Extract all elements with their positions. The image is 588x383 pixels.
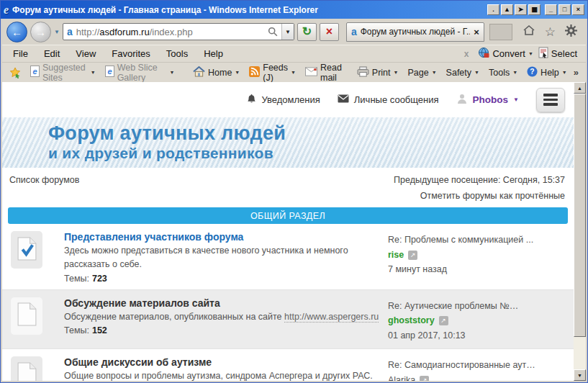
page-dropdown-icon[interactable]: ▼ (432, 70, 437, 75)
notifications-link[interactable]: Уведомления (246, 94, 320, 107)
forum-title-link[interactable]: Общие дискуссии об аутизме (64, 356, 381, 368)
vertical-scrollbar[interactable]: ▲ ▼ (574, 82, 586, 381)
menu-file[interactable]: File (5, 48, 36, 59)
last-post-author[interactable]: Alarika (388, 375, 415, 381)
menu-help[interactable]: Help (196, 48, 231, 59)
favbar-suggested-sites[interactable]: e Suggested Sites ▼ (27, 63, 99, 83)
url-dropdown-button[interactable]: ▼ (281, 24, 294, 40)
last-post-subject[interactable]: Re: Самодиагностированные аут… (388, 358, 568, 373)
favbar-tools[interactable]: Tools ▼ (486, 68, 520, 78)
back-button[interactable]: ← (6, 22, 27, 42)
favbar-read-mail[interactable]: Read mail (302, 63, 350, 83)
category-header[interactable]: ОБЩИЙ РАЗДЕЛ (8, 207, 568, 224)
user-menu[interactable]: Phobos ▼ (456, 93, 519, 107)
home-icon[interactable] (523, 24, 535, 39)
menu-view[interactable]: View (68, 48, 104, 59)
scroll-up-button[interactable]: ▲ (574, 82, 586, 94)
feeds-dropdown-icon[interactable]: ▼ (291, 70, 296, 75)
close-button[interactable]: × (572, 4, 584, 15)
menu-edit[interactable]: Edit (36, 48, 68, 59)
web-slice-label: Web Slice Gallery (117, 63, 167, 83)
forum-title-link[interactable]: Представления участников форума (64, 231, 381, 243)
forum-main: Обсуждение материалов сайта Обсуждение м… (55, 297, 388, 343)
util-grid-button[interactable]: ▦ (528, 4, 540, 15)
select-button[interactable]: Select (538, 47, 577, 60)
forum-main: Представления участников форума Здесь мо… (55, 231, 388, 284)
favbar-safety[interactable]: Safety ▼ (443, 68, 482, 78)
minimize-button[interactable]: _ (545, 4, 557, 15)
tab-close-icon[interactable]: × (474, 27, 479, 37)
favbar-web-slice-gallery[interactable]: e Web Slice Gallery ▼ (102, 63, 178, 83)
home-dropdown-icon[interactable]: ▼ (235, 70, 240, 75)
svg-text:?: ? (530, 68, 534, 76)
goto-last-post-icon[interactable]: ↗ (439, 316, 448, 325)
suggested-dropdown-icon[interactable]: ▼ (91, 70, 96, 75)
search-icon[interactable] (268, 27, 278, 37)
scrollbar-thumb[interactable] (574, 94, 586, 337)
settings-gear-icon[interactable] (565, 24, 577, 40)
favbar-overflow-chevron[interactable]: » (574, 67, 582, 78)
convert-dropdown-icon[interactable]: ▼ (528, 51, 533, 56)
stop-button[interactable]: × (320, 23, 339, 41)
favbar-feeds[interactable]: Feeds (J) ▼ (246, 63, 299, 83)
favbar-home[interactable]: Home ▼ (190, 66, 243, 79)
hamburger-menu-button[interactable] (536, 88, 565, 112)
last-post-subject[interactable]: Re: Проблемы с коммуникацией ... (388, 233, 568, 248)
add-favorite-button[interactable] (6, 67, 24, 78)
refresh-button[interactable]: ↻ (297, 23, 317, 41)
forward-button[interactable]: → (30, 22, 51, 42)
url-field[interactable]: a http://asdforum.ru/index.php ▼ (63, 23, 294, 40)
refresh-icon: ↻ (302, 26, 312, 37)
scrollbar-track[interactable] (574, 337, 586, 369)
menu-favorites[interactable]: Favorites (104, 48, 158, 59)
print-dropdown-icon[interactable]: ▼ (394, 70, 399, 75)
help-dropdown-icon[interactable]: ▼ (562, 70, 567, 75)
site-favicon: a (67, 27, 73, 37)
last-post-author[interactable]: ghoststory (388, 315, 435, 325)
rss-icon (249, 66, 260, 79)
util-rollup-button[interactable]: ▲ (501, 4, 513, 15)
feeds-label: Feeds (J) (263, 63, 288, 83)
url-text[interactable]: http://asdforum.ru/index.php (76, 27, 264, 37)
hamburger-icon (543, 94, 558, 106)
aspergers-site-link[interactable]: http://www.aspergers.ru (284, 312, 379, 323)
window-controls: . ▲ ➤ ▦ _ □ × (487, 4, 584, 15)
util-pin-button[interactable]: ➤ (515, 4, 527, 15)
breadcrumb-forum-list[interactable]: Список форумов (9, 175, 79, 185)
tab-forum[interactable]: a Форум аутичных людей - Г... × (346, 22, 484, 42)
history-dropdown-icon[interactable]: ▼ (54, 29, 60, 35)
forum-last-post: Re: Аутические проблемы №… ghoststory↗ 0… (388, 297, 568, 343)
forum-banner: Форум аутичных людей и их друзей и родст… (2, 117, 574, 168)
select-label: Select (551, 48, 577, 59)
favbar-page[interactable]: Page ▼ (404, 68, 439, 78)
util-dot-button[interactable]: . (487, 4, 499, 15)
tools-dropdown-icon[interactable]: ▼ (512, 70, 517, 75)
user-caret-icon: ▼ (513, 96, 519, 103)
messages-label: Личные сообщения (354, 94, 439, 105)
maximize-button[interactable]: □ (558, 4, 571, 15)
webslice-dropdown-icon[interactable]: ▼ (169, 70, 174, 75)
convert-button[interactable]: Convert ▼ (478, 47, 533, 60)
forum-row: Представления участников форума Здесь мо… (2, 224, 574, 289)
favbar-print[interactable]: Print ▼ (354, 66, 402, 79)
forum-title-link[interactable]: Обсуждение материалов сайта (64, 297, 381, 309)
menu-tools[interactable]: Tools (158, 48, 196, 59)
suggested-sites-label: Suggested Sites (42, 63, 88, 83)
last-post-subject[interactable]: Re: Аутические проблемы №… (388, 299, 568, 314)
new-tab-button[interactable] (489, 24, 512, 40)
help-icon: ? (527, 66, 538, 79)
last-post-author[interactable]: rise (388, 250, 404, 260)
select-doc-icon (538, 47, 548, 60)
forum-topic-count: Темы:723 (64, 274, 381, 284)
toolbar-close-icon[interactable]: x (464, 49, 469, 59)
scroll-down-button[interactable]: ▼ (574, 369, 586, 381)
favbar-help[interactable]: ? Help ▼ (524, 66, 570, 79)
web-page: Уведомления Личные сообщения Phobos ▼ Фо… (2, 82, 574, 381)
safety-dropdown-icon[interactable]: ▼ (474, 70, 479, 75)
favorites-star-icon[interactable]: ☆ (545, 26, 556, 38)
goto-last-post-icon[interactable]: ↗ (408, 251, 417, 260)
mark-forums-read-link[interactable]: Отметить форумы как прочтённые (2, 185, 574, 207)
private-messages-link[interactable]: Личные сообщения (338, 94, 439, 105)
ie-page-icon: e (105, 66, 114, 79)
goto-last-post-icon[interactable]: ↗ (420, 376, 429, 381)
